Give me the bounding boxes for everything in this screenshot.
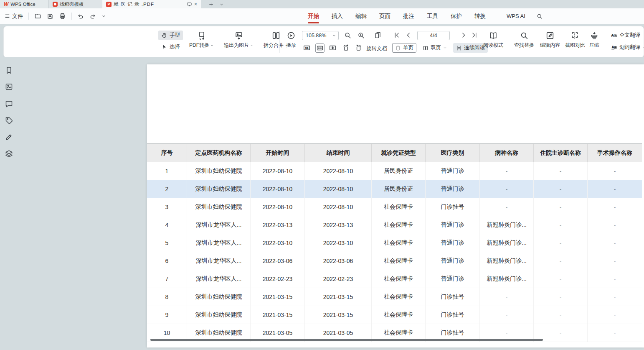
rotate-left-icon[interactable]	[342, 44, 350, 52]
table-row[interactable]: 5深圳市龙华区人...2022-03-102022-03-10社会保障卡普通门诊…	[147, 234, 642, 252]
print-icon[interactable]	[59, 13, 66, 20]
table-cell: -	[534, 306, 588, 324]
pdf-file-icon: P	[106, 2, 112, 7]
select-tool-label: 选择	[170, 43, 180, 51]
table-cell: 2021-03-15	[251, 306, 305, 324]
table-horizontal-scrollbar[interactable]	[150, 339, 543, 341]
continuous-read-icon	[456, 45, 462, 51]
page-turn-mode-icon[interactable]	[374, 31, 382, 39]
redo-icon[interactable]	[89, 13, 96, 20]
table-cell: -	[534, 198, 588, 216]
zoom-out-icon[interactable]	[344, 31, 352, 39]
tab-convert[interactable]: 转换	[474, 8, 486, 24]
undo-icon[interactable]	[77, 13, 84, 20]
table-row[interactable]: 4深圳市龙华区人...2022-03-132022-03-13社会保障卡普通门诊…	[147, 216, 642, 234]
actual-size-icon[interactable]	[303, 44, 311, 52]
open-file-icon[interactable]	[34, 13, 41, 20]
table-row[interactable]: 1深圳市妇幼保健院2022-08-102022-08-10居民身份证普通门诊--…	[147, 162, 642, 180]
tab-home[interactable]: 开始	[308, 8, 319, 24]
table-cell: 2022-08-10	[251, 162, 305, 180]
column-header: 开始时间	[251, 144, 305, 162]
table-cell: -	[534, 252, 588, 270]
table-cell: 深圳市妇幼保健院	[187, 180, 251, 198]
play-label: 播放	[286, 42, 296, 49]
table-row[interactable]: 2深圳市妇幼保健院2022-08-102022-08-10居民身份证普通门诊--…	[147, 180, 642, 198]
select-tool-button[interactable]: 选择	[158, 42, 183, 52]
table-row[interactable]: 7深圳市龙华区人...2022-02-232022-02-23社会保障卡普通门诊…	[147, 270, 642, 288]
tab-annotate[interactable]: 批注	[403, 8, 414, 24]
bookmarks-panel-icon[interactable]	[5, 66, 13, 77]
read-mode-button[interactable]: 阅读模式	[482, 29, 505, 51]
fit-width-icon[interactable]	[315, 43, 325, 53]
comments-panel-icon[interactable]	[5, 100, 13, 110]
wps-ai-button[interactable]: WPS AI	[498, 13, 525, 19]
rotate-right-icon[interactable]	[355, 44, 363, 52]
screenshot-compare-button[interactable]: 截图对比	[563, 29, 587, 51]
tab-docer-label: 找稻壳模板	[60, 1, 84, 8]
zoom-select[interactable]: 105.88%	[302, 31, 339, 40]
table-cell: -	[588, 324, 642, 342]
annotate-pen-panel-icon[interactable]	[5, 133, 13, 143]
thumbnails-panel-icon[interactable]	[5, 82, 13, 93]
screenshot-compare-icon	[570, 31, 580, 40]
tab-page[interactable]: 页面	[379, 8, 390, 24]
compress-button[interactable]: 压缩	[588, 29, 601, 51]
column-header: 手术操作名称	[588, 144, 642, 162]
single-page-button[interactable]: 单页	[392, 43, 416, 53]
table-cell: -	[588, 162, 642, 180]
monitor-icon[interactable]	[187, 2, 192, 7]
pdf-page[interactable]: 序号定点医药机构名称开始时间结束时间就诊凭证类型医疗类别病种名称住院主诊断名称手…	[147, 64, 644, 347]
tab-docer-templates[interactable]: 找稻壳模板	[49, 0, 102, 8]
table-row[interactable]: 3深圳市妇幼保健院2022-08-102022-08-10社会保障卡门诊挂号--…	[147, 198, 642, 216]
play-button[interactable]: 播放	[284, 29, 298, 51]
edit-content-button[interactable]: 编辑内容	[538, 29, 562, 51]
tab-list-chevron-icon[interactable]	[218, 0, 225, 8]
table-cell: 2022-02-23	[251, 270, 305, 288]
rotate-doc-label[interactable]: 旋转文档	[366, 45, 387, 52]
find-replace-button[interactable]: 查找替换	[512, 29, 536, 51]
tab-protect[interactable]: 保护	[451, 8, 462, 24]
hand-tool-button[interactable]: 手型	[158, 31, 183, 40]
table-cell: 门诊挂号	[426, 306, 480, 324]
pdf-convert-button[interactable]: PDF转换	[188, 29, 216, 51]
table-cell: 深圳市龙华区人...	[187, 270, 251, 288]
table-cell: 新冠肺炎门诊...	[480, 270, 534, 288]
file-menu-button[interactable]: 文件	[4, 13, 23, 20]
table-row[interactable]: 8深圳市妇幼保健院2021-03-152021-03-15社会保障卡门诊挂号--…	[147, 288, 642, 306]
first-page-icon[interactable]	[393, 31, 401, 39]
tab-insert[interactable]: 插入	[332, 8, 343, 24]
new-tab-button[interactable]	[207, 0, 215, 8]
table-cell: 8	[147, 288, 187, 306]
close-tab-icon[interactable]: ×	[194, 1, 197, 7]
ribbon-toolbar: 手型 选择 PDF转换 输出为图片 拆分合并 播放 105.88%	[3, 26, 644, 58]
full-text-translate-button[interactable]: 全文翻译	[608, 31, 644, 40]
export-image-icon	[234, 31, 243, 40]
previous-page-icon[interactable]	[405, 31, 412, 39]
table-cell: 4	[147, 216, 187, 234]
search-menu-icon[interactable]	[536, 13, 543, 20]
layers-panel-icon[interactable]	[5, 149, 13, 160]
fit-page-icon[interactable]	[329, 44, 337, 52]
tab-wps-office[interactable]: W WPS Office	[0, 0, 49, 8]
tab-tools[interactable]: 工具	[427, 8, 438, 24]
tab-document[interactable]: P 就 医 记 录 .PDF ×	[102, 0, 201, 8]
table-cell: -	[480, 306, 534, 324]
double-page-button[interactable]: 双页	[420, 43, 450, 53]
next-page-icon[interactable]	[460, 31, 467, 39]
zoom-in-icon[interactable]	[357, 31, 365, 39]
table-cell: 6	[147, 252, 187, 270]
menu-bar: 文件 开始 插入 编辑 页面 批注 工具 保护 转换 WPS AI	[0, 8, 644, 24]
table-row[interactable]: 6深圳市龙华区人...2022-03-062022-03-06社会保障卡普通门诊…	[147, 252, 642, 270]
tab-edit[interactable]: 编辑	[355, 8, 367, 24]
tags-panel-icon[interactable]	[5, 116, 13, 127]
table-cell: 社会保障卡	[372, 270, 426, 288]
save-icon[interactable]	[47, 13, 53, 20]
last-page-icon[interactable]	[471, 31, 478, 39]
export-image-button[interactable]: 输出为图片	[222, 29, 255, 51]
edit-content-icon	[545, 31, 555, 40]
table-row[interactable]: 9深圳市妇幼保健院2021-03-152021-03-15社会保障卡门诊挂号--…	[147, 306, 642, 324]
word-translate-button[interactable]: 划词翻译	[608, 43, 644, 52]
history-chevron-icon[interactable]	[101, 14, 106, 18]
page-number-input[interactable]	[417, 31, 450, 40]
tab-wps-office-label: WPS Office	[10, 2, 35, 7]
